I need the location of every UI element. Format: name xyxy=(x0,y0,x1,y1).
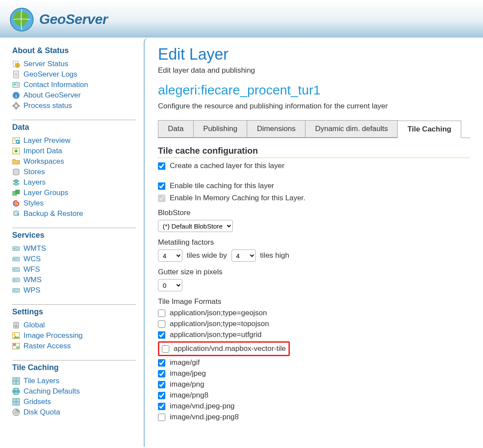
svg-rect-28 xyxy=(16,190,20,194)
nav-link[interactable]: Process status xyxy=(23,101,72,110)
nav-item[interactable]: Global xyxy=(12,320,136,330)
groups-icon xyxy=(12,189,20,197)
nav-link[interactable]: Image Processing xyxy=(23,331,83,340)
nav-link[interactable]: Layers xyxy=(23,178,46,187)
nav-link[interactable]: WFS xyxy=(23,265,40,274)
svg-rect-44 xyxy=(16,270,19,270)
nav-item[interactable]: WFS xyxy=(12,264,136,275)
format-checkbox[interactable] xyxy=(162,345,169,353)
create-cached-checkbox[interactable] xyxy=(158,162,165,170)
content-panel: Edit Layer Edit layer data and publishin… xyxy=(144,37,483,447)
nav-link[interactable]: Import Data xyxy=(23,147,62,155)
nav-item[interactable]: Styles xyxy=(12,198,136,209)
brand-logo[interactable]: GeoServer xyxy=(9,7,107,33)
backup-icon xyxy=(12,210,20,218)
format-checkbox[interactable] xyxy=(158,370,165,377)
sidebar: About & Status!Server StatusGeoServer Lo… xyxy=(0,37,144,447)
tab-dimensions[interactable]: Dimensions xyxy=(247,120,305,138)
nav-item[interactable]: WCS xyxy=(12,254,136,264)
nav-item[interactable]: Contact Information xyxy=(12,80,136,90)
nav-link[interactable]: Caching Defaults xyxy=(23,387,80,396)
svg-rect-39 xyxy=(16,258,19,259)
nav-link[interactable]: Workspaces xyxy=(23,157,64,166)
format-label: application/vnd.mapbox-vector-tile xyxy=(174,344,286,353)
layer-description: Configure the resource and publishing in… xyxy=(158,102,470,111)
nav-item[interactable]: WMS xyxy=(12,275,136,285)
svg-rect-38 xyxy=(13,258,15,260)
nav-link[interactable]: Disk Quota xyxy=(23,408,60,417)
svg-text:i: i xyxy=(15,93,17,98)
nav-link[interactable]: Raster Access xyxy=(23,342,71,350)
nav-item[interactable]: Backup & Restore xyxy=(12,209,136,219)
nav-item[interactable]: Process status xyxy=(12,101,136,111)
nav-link[interactable]: Tile Layers xyxy=(23,377,60,385)
tab-tile-caching[interactable]: Tile Caching xyxy=(397,121,461,138)
gutter-select[interactable]: 0 xyxy=(158,279,182,291)
nav-item[interactable]: Caching Defaults xyxy=(12,386,136,397)
blobstore-label: BlobStore xyxy=(158,209,470,217)
blobstore-select[interactable]: (*) Default BlobStore xyxy=(158,220,233,232)
nav-item[interactable]: Disk Quota xyxy=(12,407,136,418)
format-checkbox[interactable] xyxy=(158,310,165,317)
formats-label: Tile Image Formats xyxy=(158,297,470,306)
metatiling-wide-select[interactable]: 4 xyxy=(158,249,182,262)
tab-data[interactable]: Data xyxy=(158,120,194,138)
svg-rect-50 xyxy=(13,290,15,292)
nav-link[interactable]: WCS xyxy=(23,255,41,263)
nav-item[interactable]: WMTS xyxy=(12,243,136,254)
nav-link[interactable]: Backup & Restore xyxy=(23,209,83,218)
metatiling-high-select[interactable]: 4 xyxy=(231,249,256,262)
nav-item[interactable]: Raster Access xyxy=(12,341,136,351)
nav-item[interactable]: GeoServer Logs xyxy=(12,69,136,80)
nav-link[interactable]: Server Status xyxy=(23,60,68,68)
nav-link[interactable]: WPS xyxy=(23,286,40,295)
nav-link[interactable]: Gridsets xyxy=(23,397,51,406)
nav-link[interactable]: Global xyxy=(23,321,45,330)
nav-item[interactable]: WPS xyxy=(12,285,136,296)
brand-name: GeoServer xyxy=(39,11,107,27)
nav-item[interactable]: Layer Groups xyxy=(12,188,136,198)
format-label: image/jpeg xyxy=(170,369,206,378)
nav-link[interactable]: About GeoServer xyxy=(23,91,80,100)
enable-tile-checkbox[interactable] xyxy=(158,182,165,190)
nav-item[interactable]: Workspaces xyxy=(12,156,136,167)
format-checkbox[interactable] xyxy=(158,320,165,328)
layer-name: alegeri:fiecare_procent_tur1 xyxy=(158,83,470,98)
format-checkbox[interactable] xyxy=(158,414,165,421)
tab-dynamic-dim-defaults[interactable]: Dynamic dim. defaults xyxy=(305,120,398,138)
nav-item[interactable]: Layer Preview xyxy=(12,135,136,146)
format-label: application/json;type=geojson xyxy=(170,309,267,317)
nav-item[interactable]: Layers xyxy=(12,177,136,188)
tab-publishing[interactable]: Publishing xyxy=(193,120,247,138)
nav-item[interactable]: Import Data xyxy=(12,146,136,156)
nav-link[interactable]: Styles xyxy=(23,199,44,208)
grid-icon xyxy=(12,377,20,385)
nav-link[interactable]: WMS xyxy=(23,276,42,284)
format-checkbox[interactable] xyxy=(158,331,165,339)
format-checkbox[interactable] xyxy=(158,392,165,399)
nav-item[interactable]: Image Processing xyxy=(12,330,136,341)
nav-section-title: Settings xyxy=(12,307,136,317)
nav-item[interactable]: Stores xyxy=(12,167,136,177)
nav-item[interactable]: Gridsets xyxy=(12,397,136,407)
nav-link[interactable]: Stores xyxy=(23,168,45,176)
service-icon xyxy=(12,266,20,273)
nav-link[interactable]: Layer Preview xyxy=(23,136,70,145)
nav-link[interactable]: GeoServer Logs xyxy=(23,70,77,79)
nav-item[interactable]: !Server Status xyxy=(12,59,136,69)
svg-rect-42 xyxy=(13,269,15,271)
nav-link[interactable]: WMTS xyxy=(23,244,46,253)
format-checkbox[interactable] xyxy=(158,359,165,367)
format-checkbox[interactable] xyxy=(158,403,165,410)
nav-link[interactable]: Contact Information xyxy=(23,81,88,89)
enable-memory-label: Enable In Memory Caching for this Layer. xyxy=(170,194,305,202)
nav-item[interactable]: Tile Layers xyxy=(12,376,136,386)
folder-icon xyxy=(12,158,20,165)
format-label: image/png8 xyxy=(170,391,208,400)
nav-item[interactable]: iAbout GeoServer xyxy=(12,90,136,101)
format-label: image/gif xyxy=(170,358,200,367)
disk-icon xyxy=(12,408,20,416)
format-checkbox[interactable] xyxy=(158,381,165,388)
svg-rect-34 xyxy=(13,248,15,250)
nav-link[interactable]: Layer Groups xyxy=(23,189,68,197)
